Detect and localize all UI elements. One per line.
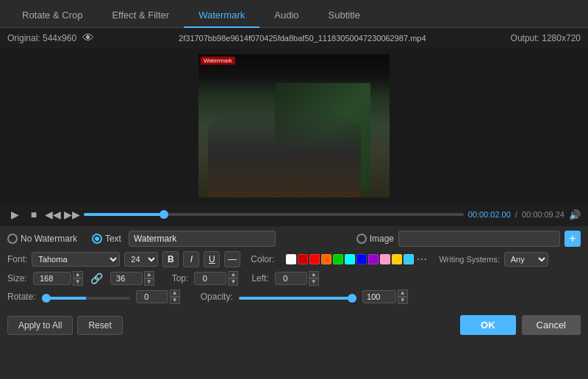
prev-frame-button[interactable]: ◀◀ — [46, 207, 60, 222]
add-image-button[interactable]: + — [564, 231, 581, 247]
color-swatch-pink[interactable] — [380, 254, 390, 264]
rotate-spinner: ▲ ▼ — [170, 289, 180, 304]
width-input[interactable] — [33, 272, 71, 285]
color-swatch-cyan[interactable] — [345, 254, 355, 264]
rotate-down-button[interactable]: ▼ — [170, 297, 180, 304]
tab-effect[interactable]: Effect & Filter — [97, 4, 184, 28]
progress-track[interactable] — [84, 213, 464, 216]
rotate-slider[interactable] — [42, 297, 130, 300]
next-frame-button[interactable]: ▶▶ — [65, 207, 79, 222]
width-spinner: ▲ ▼ — [73, 271, 83, 286]
tab-audio[interactable]: Audio — [259, 4, 313, 28]
opacity-slider[interactable] — [239, 297, 356, 300]
font-size-select[interactable]: 24 18 32 48 — [124, 252, 158, 267]
color-swatch-lightblue[interactable] — [404, 254, 414, 264]
color-swatch-purple[interactable] — [368, 254, 379, 264]
bottom-right-actions: OK Cancel — [460, 315, 581, 335]
top-input-wrap: ▲ ▼ — [194, 271, 238, 286]
opacity-input-wrap: ▲ ▼ — [362, 289, 408, 304]
file-info-bar: Original: 544x960 👁 2f31707bb98e9614f070… — [0, 28, 588, 48]
height-down-button[interactable]: ▼ — [144, 278, 154, 286]
eye-icon[interactable]: 👁 — [82, 32, 94, 45]
text-option[interactable]: Text — [92, 234, 121, 244]
image-option[interactable]: Image — [356, 234, 394, 244]
width-up-button[interactable]: ▲ — [73, 271, 83, 278]
color-label: Color: — [251, 254, 274, 264]
tab-rotate[interactable]: Rotate & Crop — [7, 4, 97, 28]
image-label: Image — [370, 234, 394, 244]
strikethrough-button[interactable]: ― — [224, 251, 240, 267]
font-select[interactable]: Tahoma Arial Times New Roman — [32, 252, 120, 267]
bottom-left-actions: Apply to All Reset — [7, 316, 123, 335]
opacity-slider-wrap[interactable] — [239, 292, 356, 302]
cancel-button[interactable]: Cancel — [522, 315, 581, 335]
total-time: / — [515, 210, 517, 219]
top-up-button[interactable]: ▲ — [228, 271, 238, 278]
top-down-button[interactable]: ▼ — [228, 278, 238, 286]
color-swatch-darkred[interactable] — [298, 254, 308, 264]
rotate-slider-wrap[interactable] — [42, 292, 130, 302]
video-container: Watermark — [198, 54, 390, 198]
font-row: Font: Tahoma Arial Times New Roman 24 18… — [7, 251, 581, 267]
no-watermark-option[interactable]: No Watermark — [7, 234, 77, 244]
no-watermark-radio[interactable] — [7, 234, 18, 244]
opacity-down-button[interactable]: ▼ — [398, 297, 408, 304]
left-spinner: ▲ ▼ — [309, 271, 319, 286]
rotate-up-button[interactable]: ▲ — [170, 289, 180, 297]
width-down-button[interactable]: ▼ — [73, 278, 83, 286]
color-swatch-yellow[interactable] — [392, 254, 402, 264]
stop-button[interactable]: ■ — [26, 207, 41, 222]
color-swatch-blue[interactable] — [356, 254, 367, 264]
rotate-input-wrap: ▲ ▼ — [136, 289, 180, 304]
top-spinner: ▲ ▼ — [228, 271, 238, 286]
top-label: Top: — [172, 273, 189, 284]
volume-icon[interactable]: 🔊 — [569, 209, 581, 220]
size-row: Size: ▲ ▼ 🔗 ▲ ▼ Top: ▲ ▼ Left: — [7, 271, 581, 286]
height-input[interactable] — [110, 272, 143, 285]
image-radio[interactable] — [356, 234, 367, 244]
original-size-label: Original: 544x960 — [7, 33, 76, 43]
left-input-wrap: ▲ ▼ — [275, 271, 319, 286]
color-swatch-white[interactable] — [286, 254, 296, 264]
height-spinner: ▲ ▼ — [144, 271, 154, 286]
left-up-button[interactable]: ▲ — [309, 271, 319, 278]
link-dimensions-icon[interactable]: 🔗 — [90, 272, 103, 284]
video-frame: Watermark — [198, 54, 390, 198]
more-colors-button[interactable]: ⋯ — [417, 253, 427, 265]
no-watermark-label: No Watermark — [21, 234, 77, 244]
rotate-value-input[interactable] — [136, 290, 168, 303]
apply-to-all-button[interactable]: Apply to All — [7, 316, 73, 335]
underline-button[interactable]: U — [204, 251, 220, 267]
opacity-label: Opacity: — [201, 292, 233, 302]
opacity-value-input[interactable] — [362, 290, 396, 303]
color-swatch-red[interactable] — [309, 254, 320, 264]
image-path-input[interactable] — [398, 231, 560, 247]
height-up-button[interactable]: ▲ — [144, 271, 154, 278]
left-input[interactable] — [275, 272, 307, 285]
bold-button[interactable]: B — [162, 251, 179, 267]
writing-systems-select[interactable]: Any Latin CJK — [504, 252, 548, 267]
tab-subtitle[interactable]: Subtitle — [314, 4, 375, 28]
tab-bar: Rotate & Crop Effect & Filter Watermark … — [0, 0, 588, 28]
ok-button[interactable]: OK — [460, 315, 516, 335]
filename-label: 2f31707bb98e9614f070425fda8baf50_1118305… — [179, 34, 426, 43]
left-down-button[interactable]: ▼ — [309, 278, 319, 286]
current-time: 00:00:02.00 — [468, 210, 511, 219]
color-swatch-orange[interactable] — [321, 254, 331, 264]
watermark-overlay: Watermark — [201, 57, 235, 65]
watermark-section: No Watermark Text Image + Font: Tahoma A… — [0, 226, 588, 311]
italic-button[interactable]: I — [183, 251, 199, 267]
preview-area: Watermark — [0, 48, 588, 203]
watermark-text-input[interactable] — [129, 231, 276, 247]
bottom-row: Apply to All Reset OK Cancel — [0, 311, 588, 339]
top-input[interactable] — [194, 272, 226, 285]
progress-thumb[interactable] — [159, 210, 168, 219]
play-button[interactable]: ▶ — [7, 207, 22, 222]
reset-button[interactable]: Reset — [77, 316, 122, 335]
output-size-label: Output: 1280x720 — [511, 33, 581, 43]
color-swatch-green[interactable] — [333, 254, 343, 264]
tab-watermark[interactable]: Watermark — [184, 4, 259, 28]
text-radio[interactable] — [92, 234, 102, 244]
opacity-up-button[interactable]: ▲ — [398, 289, 408, 297]
writing-systems-label: Writing Systems: — [439, 255, 499, 264]
